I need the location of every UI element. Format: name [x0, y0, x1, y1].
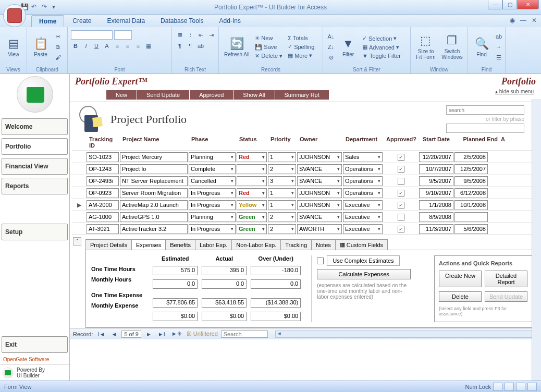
submenu-send[interactable]: Send Update: [137, 90, 190, 100]
cell-owner[interactable]: SVANCE: [297, 176, 342, 186]
tab-home[interactable]: Home: [31, 15, 64, 27]
create-new-button[interactable]: Create New: [439, 271, 482, 287]
paste-button[interactable]: 📋Paste: [30, 36, 51, 58]
cell-phase[interactable]: Complete: [189, 164, 236, 174]
view-layout-icon[interactable]: [516, 383, 525, 391]
cut-icon[interactable]: ✂: [53, 32, 63, 41]
qa-dropdown-icon[interactable]: ▾: [52, 3, 60, 11]
numbering-icon[interactable]: ⋮: [186, 30, 195, 40]
cell-tracking[interactable]: OP-1243: [87, 164, 119, 174]
switch-windows-button[interactable]: ❐Switch Windows: [440, 33, 464, 61]
delete-button[interactable]: Delete: [439, 291, 482, 302]
bullets-icon[interactable]: ≣: [175, 30, 185, 40]
col-end[interactable]: Planned End: [457, 136, 499, 149]
cell-tracking[interactable]: OP-0923: [87, 188, 119, 198]
cell-start[interactable]: 9/10/2007: [419, 188, 453, 198]
cell-start[interactable]: 9/5/2007: [419, 176, 453, 186]
tab-project-details[interactable]: Project Details: [85, 239, 132, 250]
col-phase[interactable]: Phase: [190, 136, 238, 149]
cell-approved[interactable]: [384, 176, 418, 186]
cell-owner[interactable]: SVANCE: [297, 212, 342, 222]
cell-status[interactable]: Red: [237, 152, 267, 162]
format-painter-icon[interactable]: 🖌: [53, 53, 63, 62]
oth-over[interactable]: -180.0: [251, 266, 301, 275]
row-selector[interactable]: ▶: [72, 202, 87, 209]
cell-tracking[interactable]: AG-1000: [87, 212, 119, 222]
save-record-button[interactable]: 💾 Save: [253, 43, 284, 51]
cell-status[interactable]: Red: [237, 188, 267, 198]
cell-priority[interactable]: 1: [268, 188, 296, 198]
table-row[interactable]: AT-3021ActiveTracker 3.2In ProgressGreen…: [72, 223, 539, 235]
find-button[interactable]: 🔍Find: [471, 36, 492, 58]
cell-owner[interactable]: JJOHNSON: [297, 200, 342, 210]
tab-tracking[interactable]: Tracking: [280, 239, 312, 250]
cell-tracking[interactable]: AT-3021: [87, 224, 119, 234]
help-icon[interactable]: ◉: [510, 17, 515, 24]
cell-end[interactable]: 5/6/2008: [454, 224, 488, 234]
tab-create[interactable]: Create: [65, 15, 99, 27]
cell-priority[interactable]: 2: [268, 224, 296, 234]
col-start[interactable]: Start Date: [421, 136, 457, 149]
cell-start[interactable]: 10/7/2007: [419, 164, 453, 174]
sort-desc-icon[interactable]: Z↓: [326, 42, 336, 52]
search-input[interactable]: [446, 105, 524, 115]
prev-record-button[interactable]: ◄: [109, 331, 118, 337]
cell-end[interactable]: 9/5/2008: [454, 176, 488, 186]
cell-start[interactable]: 11/3/2007: [419, 224, 453, 234]
font-size-combo[interactable]: [114, 30, 132, 40]
close-child-icon[interactable]: ✕: [532, 17, 537, 24]
highlight-icon[interactable]: ab: [196, 41, 205, 51]
indent-dec-icon[interactable]: ⇤: [196, 30, 205, 40]
me-act[interactable]: $0.00: [202, 312, 247, 321]
approved-checkbox[interactable]: ✓: [398, 202, 404, 209]
cell-project[interactable]: ActiveTracker 3.2: [120, 224, 188, 234]
delete-record-button[interactable]: ✕ Delete ▾: [253, 52, 284, 60]
submenu-summary[interactable]: Summary Rpt: [275, 90, 329, 100]
nav-financial[interactable]: Financial View: [2, 158, 68, 175]
me-over[interactable]: $0.00: [251, 312, 301, 321]
cell-priority[interactable]: 2: [268, 212, 296, 222]
view-button[interactable]: ▤View: [3, 36, 24, 58]
cell-approved[interactable]: ✓: [384, 164, 418, 174]
cell-approved[interactable]: ✓: [384, 224, 418, 234]
undo-icon[interactable]: ↶: [31, 3, 40, 11]
totals-button[interactable]: Σ Totals: [286, 34, 316, 42]
cell-status[interactable]: Green: [237, 224, 267, 234]
rtl-icon[interactable]: ¶: [186, 41, 195, 51]
cell-owner[interactable]: JJOHNSON: [297, 152, 342, 162]
approved-checkbox[interactable]: ✓: [398, 190, 404, 197]
minimize-ribbon-icon[interactable]: —: [520, 17, 526, 24]
tab-notes[interactable]: Notes: [311, 239, 336, 250]
tab-nonlabor[interactable]: Non-Labor Exp.: [231, 239, 281, 250]
italic-button[interactable]: I: [81, 41, 91, 51]
advanced-button[interactable]: ▦ Advanced ▾: [361, 43, 402, 51]
cell-phase[interactable]: Planning: [189, 212, 236, 222]
redo-icon[interactable]: ↷: [42, 3, 50, 11]
ote-est[interactable]: $77,806.85: [153, 298, 198, 308]
cell-approved[interactable]: ✓: [384, 200, 418, 210]
tab-database-tools[interactable]: Database Tools: [153, 15, 211, 27]
new-record-button[interactable]: ✳ New: [253, 34, 284, 42]
submenu-approved[interactable]: Approved: [190, 90, 233, 100]
oth-act[interactable]: 395.0: [202, 266, 247, 275]
filter-status[interactable]: ☒ Unfiltered: [187, 330, 218, 337]
approved-checkbox[interactable]: [398, 214, 404, 220]
view-datasheet-icon[interactable]: [505, 383, 514, 391]
nav-reports[interactable]: Reports: [2, 178, 68, 194]
cell-priority[interactable]: 1: [268, 200, 296, 210]
tab-add-ins[interactable]: Add-Ins: [212, 15, 248, 27]
submenu-showall[interactable]: Show All: [233, 90, 275, 100]
cell-start[interactable]: 12/20/2007: [419, 152, 453, 162]
collapse-detail-button[interactable]: ˄: [73, 237, 81, 246]
hide-submenu-link[interactable]: ▴ hide sub-menu: [495, 89, 534, 94]
approved-checkbox[interactable]: [398, 178, 404, 185]
horizontal-scrollbar[interactable]: [275, 330, 538, 338]
tab-expenses[interactable]: Expenses: [131, 239, 166, 250]
cell-status[interactable]: Green: [237, 212, 267, 222]
record-position[interactable]: 5 of 9: [121, 330, 141, 338]
size-fit-button[interactable]: ⬚Size to Fit Form: [414, 33, 438, 61]
maximize-button[interactable]: ▢: [502, 0, 517, 9]
goto-icon[interactable]: →: [494, 42, 503, 52]
toggle-filter-button[interactable]: ▼ Toggle Filter: [361, 52, 402, 59]
selection-button[interactable]: ✓ Selection ▾: [361, 34, 402, 42]
